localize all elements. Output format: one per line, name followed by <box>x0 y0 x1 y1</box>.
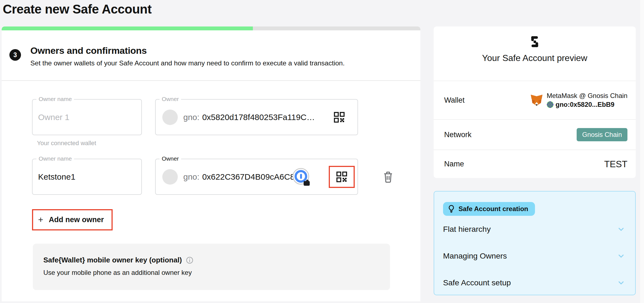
network-row-label: Network <box>444 131 471 139</box>
owner2-address-field[interactable]: Owner gno: 0x622C367D4B09cA6C8 <box>155 159 358 195</box>
owner1-address-value: 0x5820d178f480253Fa119C… <box>202 113 315 122</box>
safe-logo-icon <box>528 35 542 49</box>
safe-preview-card: Your Safe Account preview Wallet MetaMas… <box>434 26 636 178</box>
metamask-fox-icon <box>530 94 543 106</box>
qr-code-icon[interactable] <box>333 111 345 123</box>
mobile-key-description: Use your mobile phone as an additional o… <box>43 269 379 277</box>
owner2-address-value: 0x622C367D4B09cA6C8 <box>202 172 295 182</box>
owner2-address-prefix: gno: <box>183 172 199 182</box>
safe-creation-tips-widget: Safe Account creation Flat hierarchy Man… <box>434 191 636 295</box>
owner-row-1: Owner name Owner gno: 0x5820d178f480253F… <box>32 99 420 147</box>
owner1-address-field[interactable]: Owner gno: 0x5820d178f480253Fa119C… <box>155 99 358 135</box>
accordion-safe-account-setup[interactable]: Safe Account setup <box>443 269 625 296</box>
plus-icon: + <box>38 215 43 225</box>
scrollbar-track[interactable] <box>640 0 644 303</box>
mobile-owner-key-panel: Safe{Wallet} mobile owner key (optional)… <box>33 244 390 290</box>
owner2-name-input[interactable] <box>38 172 132 182</box>
owner1-address-prefix: gno: <box>183 113 199 122</box>
preview-name-row: Name TEST <box>434 150 636 178</box>
step-header: 3 Owners and confirmations Set the owner… <box>2 26 420 67</box>
owner1-name-field[interactable]: Owner name <box>32 99 142 135</box>
lightbulb-icon <box>448 205 455 213</box>
preview-wallet-row: Wallet MetaMask @ Gnosis Chain <box>434 81 636 119</box>
owner1-avatar <box>162 110 178 125</box>
owner1-name-input[interactable] <box>38 113 132 122</box>
wallet-name: MetaMask @ Gnosis Chain <box>547 92 627 100</box>
progress-bar <box>2 26 420 30</box>
step-description: Set the owner wallets of your Safe Accou… <box>30 59 345 67</box>
wallet-identicon <box>547 101 553 108</box>
page-title: Create new Safe Account <box>3 2 152 17</box>
create-safe-card: 3 Owners and confirmations Set the owner… <box>2 26 420 301</box>
tips-badge-label: Safe Account creation <box>459 205 528 213</box>
owners-form: Owner name Owner gno: 0x5820d178f480253F… <box>2 81 420 290</box>
qr-annotation-box <box>329 166 355 188</box>
preview-network-row: Network Gnosis Chain <box>434 119 636 150</box>
wallet-row-label: Wallet <box>444 96 465 105</box>
accordion-flat-hierarchy[interactable]: Flat hierarchy <box>443 216 625 243</box>
progress-bar-fill <box>2 26 253 30</box>
tips-badge: Safe Account creation <box>443 202 535 216</box>
network-badge: Gnosis Chain <box>577 128 627 141</box>
name-row-label: Name <box>444 160 464 168</box>
owner-row-2: Owner name Owner gno: 0x622C367D4B09cA6C… <box>32 159 420 195</box>
owner1-helper-text: Your connected wallet <box>37 140 420 147</box>
step-number-badge: 3 <box>9 49 21 61</box>
wallet-address: gno:0x5820...EbB9 <box>556 101 614 108</box>
chevron-down-icon <box>617 225 625 233</box>
step-title: Owners and confirmations <box>30 45 345 56</box>
owner1-address-label: Owner <box>160 96 181 102</box>
add-owner-annotation-box: + Add new owner <box>32 209 113 230</box>
password-manager-lock-icon[interactable] <box>293 168 310 186</box>
owner2-avatar <box>162 169 178 185</box>
owner2-name-label: Owner name <box>36 155 74 162</box>
chevron-down-icon <box>617 252 625 260</box>
qr-code-icon[interactable] <box>336 171 348 183</box>
safe-name-value: TEST <box>604 159 627 169</box>
accordion-managing-owners[interactable]: Managing Owners <box>443 243 625 269</box>
mobile-key-title: Safe{Wallet} mobile owner key (optional) <box>43 256 182 264</box>
owner2-address-label: Owner <box>160 155 181 162</box>
chevron-down-icon <box>617 279 625 287</box>
owner1-name-label: Owner name <box>36 96 74 102</box>
preview-title: Your Safe Account preview <box>482 53 587 63</box>
add-owner-label: Add new owner <box>49 216 104 224</box>
info-icon[interactable] <box>186 256 194 264</box>
owner2-name-field[interactable]: Owner name <box>32 159 142 195</box>
delete-owner-icon[interactable] <box>382 171 394 184</box>
add-new-owner-button[interactable]: + Add new owner <box>33 210 112 229</box>
